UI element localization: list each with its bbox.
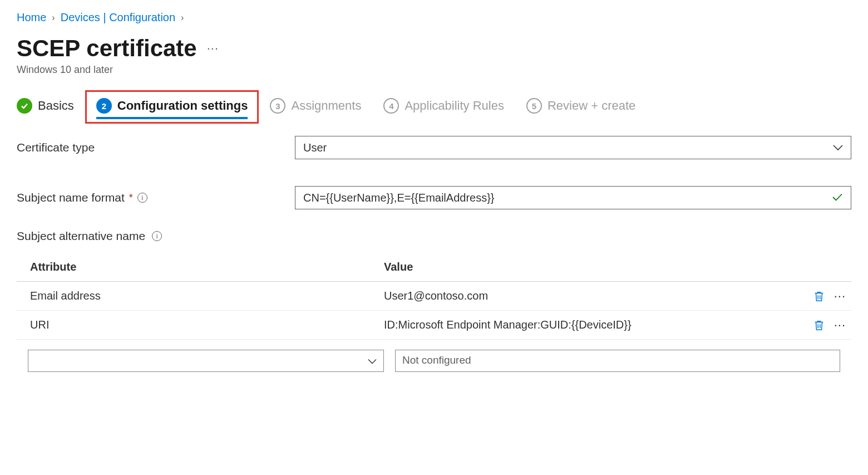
step-assignments[interactable]: 3 Assignments bbox=[270, 98, 361, 119]
step-label: Basics bbox=[38, 99, 74, 113]
step-number-icon: 2 bbox=[96, 98, 112, 114]
cert-type-label: Certificate type bbox=[17, 141, 295, 154]
chevron-right-icon: › bbox=[52, 13, 55, 23]
chevron-right-icon: › bbox=[181, 13, 184, 23]
san-row-attr: URI bbox=[17, 319, 384, 331]
step-review-create[interactable]: 5 Review + create bbox=[526, 98, 635, 119]
row-more-icon[interactable]: ··· bbox=[834, 290, 846, 302]
san-row: URI ID:Microsoft Endpoint Manager:GUID:{… bbox=[17, 311, 851, 340]
delete-icon[interactable] bbox=[813, 319, 825, 331]
san-row-val: ID:Microsoft Endpoint Manager:GUID:{{Dev… bbox=[384, 319, 796, 331]
san-row: Email address User1@contoso.com ··· bbox=[17, 282, 851, 311]
col-header-value: Value bbox=[384, 261, 851, 273]
step-basics[interactable]: Basics bbox=[17, 98, 74, 119]
san-row-attr: Email address bbox=[17, 290, 384, 302]
cert-type-select[interactable]: User bbox=[295, 136, 851, 159]
snf-label: Subject name format bbox=[17, 191, 125, 204]
wizard-stepper: Basics 2 Configuration settings 3 Assign… bbox=[17, 98, 851, 119]
row-more-icon[interactable]: ··· bbox=[834, 319, 846, 331]
step-number-icon: 3 bbox=[270, 98, 285, 114]
info-icon[interactable]: i bbox=[152, 231, 162, 241]
step-label: Review + create bbox=[548, 99, 635, 113]
san-new-attribute-select[interactable] bbox=[28, 350, 384, 372]
step-label: Applicability Rules bbox=[405, 99, 504, 113]
san-table-header: Attribute Value bbox=[17, 253, 851, 282]
san-new-value-input[interactable]: Not configured bbox=[395, 350, 840, 372]
breadcrumb-devices-config[interactable]: Devices | Configuration bbox=[61, 11, 175, 24]
delete-icon[interactable] bbox=[813, 290, 825, 302]
col-header-attribute: Attribute bbox=[17, 261, 384, 273]
page-subtitle: Windows 10 and later bbox=[17, 64, 851, 76]
step-check-icon bbox=[17, 98, 32, 114]
san-new-value-placeholder: Not configured bbox=[402, 354, 471, 366]
san-table: Attribute Value Email address User1@cont… bbox=[17, 253, 851, 372]
cert-type-value: User bbox=[303, 141, 327, 154]
required-indicator: * bbox=[129, 192, 133, 204]
chevron-down-icon bbox=[833, 142, 843, 154]
snf-input[interactable]: CN={{UserName}},E={{EmailAddress}} bbox=[295, 186, 851, 209]
breadcrumb: Home › Devices | Configuration › bbox=[17, 11, 851, 24]
step-number-icon: 4 bbox=[383, 98, 399, 114]
step-label: Assignments bbox=[291, 99, 361, 113]
step-number-icon: 5 bbox=[526, 98, 542, 114]
page-title: SCEP certificate bbox=[17, 35, 197, 62]
info-icon[interactable]: i bbox=[137, 193, 147, 203]
more-actions-icon[interactable]: ··· bbox=[207, 41, 219, 56]
breadcrumb-home[interactable]: Home bbox=[17, 11, 46, 24]
san-row-val: User1@contoso.com bbox=[384, 290, 796, 302]
san-section-label: Subject alternative name bbox=[17, 229, 145, 243]
step-label: Configuration settings bbox=[117, 99, 248, 113]
step-configuration-settings[interactable]: 2 Configuration settings bbox=[96, 98, 248, 119]
snf-value: CN={{UserName}},E={{EmailAddress}} bbox=[303, 192, 495, 204]
step-applicability-rules[interactable]: 4 Applicability Rules bbox=[383, 98, 504, 119]
chevron-down-icon bbox=[368, 355, 377, 367]
check-valid-icon bbox=[832, 192, 843, 204]
